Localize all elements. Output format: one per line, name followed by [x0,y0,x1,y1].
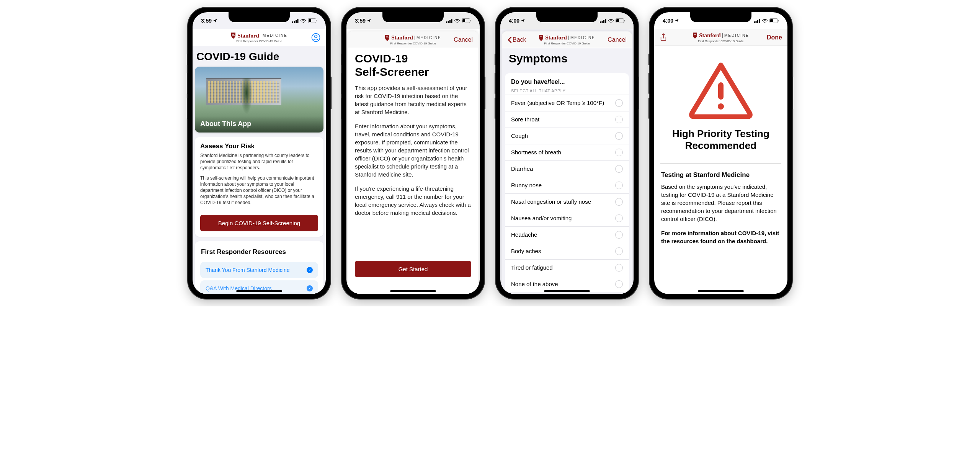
radio-circle-icon [615,247,623,255]
symptom-row[interactable]: Fever (subjective OR Temp ≥ 100°F) [505,95,629,111]
symptom-label: None of the above [511,281,558,287]
phone-1: 3:59 Stanford MEDICINE First Responder C… [188,8,330,299]
screen-screener-intro: 3:59 Stanford MEDICINE First Resp [346,12,480,294]
svg-rect-15 [470,20,471,21]
phone-3: 4:00 Back Stanford [496,8,638,299]
symptom-hint: SELECT ALL THAT APPLY [511,88,623,93]
radio-circle-icon [615,198,623,206]
home-indicator[interactable] [236,290,282,292]
svg-rect-25 [757,20,758,23]
cellular-icon [754,19,760,23]
status-time: 3:59 [355,18,366,24]
chevron-left-icon [507,36,512,43]
svg-point-31 [718,103,724,110]
svg-rect-29 [778,20,779,21]
resource-item-thank-you[interactable]: Thank You From Stanford Medicine [200,262,318,278]
result-subheading: Testing at Stanford Medicine [661,171,781,179]
symptom-row[interactable]: Shortness of breath [505,144,629,160]
brand-header: Stanford MEDICINE First Responder COVID-… [539,34,595,45]
home-indicator[interactable] [544,290,590,292]
home-indicator[interactable] [698,290,744,292]
back-button[interactable]: Back [507,36,526,43]
result-p2: For more information about COVID-19, vis… [661,229,781,245]
symptom-label: Nasal congestion or stuffy nose [511,198,591,205]
location-arrow-icon [213,18,217,23]
result-p1: Based on the symptoms you've indicated, … [661,183,781,223]
radio-circle-icon [615,264,623,272]
symptom-label: Nausea and/or vomiting [511,215,572,221]
status-time: 4:00 [663,18,673,24]
location-arrow-icon [367,18,371,23]
hero-overlay-label: About This App [195,116,323,133]
symptom-row[interactable]: Tired or fatigued [505,259,629,276]
result-title: High Priority Testing Recommended [661,128,781,152]
screen-symptoms: 4:00 Back Stanford [500,12,634,294]
svg-rect-10 [448,21,449,23]
wifi-icon [762,19,768,23]
stanford-shield-icon [385,34,390,41]
nav-bar: Stanford MEDICINE First Responder COVID-… [193,29,326,46]
cancel-button[interactable]: Cancel [454,36,473,43]
symptom-list-card: Do you have/feel... SELECT ALL THAT APPL… [505,73,629,292]
symptom-row[interactable]: Sore throat [505,111,629,128]
home-content: COVID-19 Guide About This App Assess You… [193,46,326,294]
symptom-row[interactable]: Runny nose [505,177,629,193]
phone-2: 3:59 Stanford MEDICINE First Resp [342,8,484,299]
screen-home: 3:59 Stanford MEDICINE First Responder C… [193,12,326,294]
svg-rect-9 [446,21,447,23]
warning-triangle-icon [688,61,753,119]
cancel-button[interactable]: Cancel [608,36,627,43]
symptom-label: Shortness of breath [511,149,561,155]
svg-rect-19 [605,19,606,23]
radio-circle-icon [615,182,623,189]
about-hero-card[interactable]: About This App [195,67,323,133]
svg-rect-1 [294,21,295,23]
location-arrow-icon [675,18,679,23]
phone-4: 4:00 Stanford MEDICINE First Responder C… [650,8,792,299]
radio-circle-icon [615,214,623,222]
compass-icon [307,285,313,291]
svg-rect-2 [296,20,297,23]
stanford-shield-icon [693,32,697,39]
symptom-label: Diarrhea [511,165,533,172]
share-icon[interactable] [660,33,667,42]
svg-rect-17 [602,21,603,23]
status-icons [292,18,317,23]
resources-card: First Responder Resources Thank You From… [195,241,323,295]
battery-icon [308,18,317,23]
svg-rect-3 [297,19,299,23]
begin-screening-button[interactable]: Begin COVID-19 Self-Screening [200,215,318,231]
brand-header: Stanford MEDICINE First Responder COVID-… [693,32,749,43]
radio-circle-icon [615,165,623,173]
home-indicator[interactable] [390,290,436,292]
symptom-row[interactable]: Body aches [505,243,629,259]
svg-rect-5 [309,19,311,22]
profile-icon[interactable] [311,33,320,42]
symptom-row[interactable]: Headache [505,226,629,243]
cellular-icon [292,19,299,23]
symptoms-title: Symptoms [502,48,632,69]
radio-circle-icon [615,280,623,288]
resource-item-qa[interactable]: Q&A With Medical Directors [200,280,318,295]
assess-card: Assess Your Risk Stanford Medicine is pa… [195,137,323,237]
symptom-label: Tired or fatigued [511,264,553,271]
wifi-icon [454,19,460,23]
symptom-row[interactable]: Nausea and/or vomiting [505,210,629,226]
svg-rect-0 [292,21,293,23]
done-button[interactable]: Done [767,34,782,41]
symptom-label: Runny nose [511,182,542,188]
symptom-row[interactable]: Diarrhea [505,160,629,177]
assess-p2: This self-screening will help you commun… [200,175,318,206]
radio-circle-icon [615,99,623,107]
status-time: 4:00 [509,18,519,24]
symptom-row[interactable]: None of the above [505,276,629,292]
wifi-icon [608,19,614,23]
symptom-row[interactable]: Cough [505,128,629,144]
symptom-row[interactable]: Nasal congestion or stuffy nose [505,193,629,210]
svg-rect-14 [462,19,465,22]
radio-circle-icon [615,132,623,140]
status-time: 3:59 [201,18,217,24]
get-started-button[interactable]: Get Started [355,261,471,277]
resource-label: Thank You From Stanford Medicine [206,267,289,273]
svg-rect-30 [718,82,724,100]
